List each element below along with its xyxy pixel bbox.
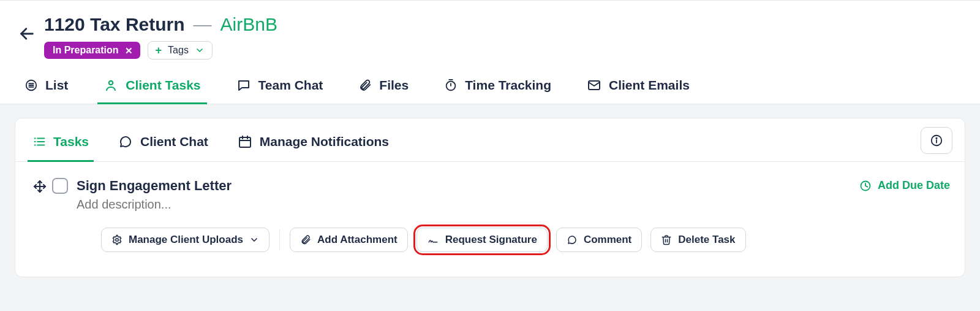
tab-client-tasks[interactable]: Client Tasks (101, 73, 203, 104)
tags-button-label: Tags (168, 45, 189, 56)
subtab-label: Tasks (53, 134, 89, 149)
task-checkbox[interactable] (52, 178, 68, 194)
add-due-date-label: Add Due Date (878, 179, 950, 192)
tab-time-tracking[interactable]: Time Tracking (442, 73, 554, 104)
arrow-left-icon (18, 25, 36, 42)
subtab-label: Client Chat (140, 134, 208, 149)
comment-icon (567, 234, 578, 245)
badge-row: In Preparation ✕ + Tags (44, 41, 277, 60)
manage-client-uploads-button[interactable]: Manage Client Uploads (101, 228, 270, 252)
chevron-down-icon (195, 45, 205, 55)
stopwatch-icon (444, 79, 458, 92)
calendar-icon (238, 134, 252, 149)
add-attachment-button[interactable]: Add Attachment (290, 228, 408, 252)
task-row: Sign Engagement Letter Add Due Date (15, 162, 965, 217)
primary-tabs: List Client Tasks Team Chat Files Time T… (0, 60, 980, 104)
task-main: Sign Engagement Letter (77, 178, 950, 212)
tab-team-chat[interactable]: Team Chat (234, 73, 326, 104)
separator (279, 229, 280, 250)
tab-label: Client Tasks (126, 78, 200, 93)
clock-icon (859, 180, 872, 192)
close-icon[interactable]: ✕ (125, 46, 133, 55)
chevron-down-icon (249, 235, 259, 245)
svg-point-5 (109, 81, 113, 85)
status-badge[interactable]: In Preparation ✕ (44, 42, 140, 59)
svg-point-22 (936, 138, 937, 139)
tab-label: Team Chat (258, 78, 323, 93)
button-label: Manage Client Uploads (129, 234, 243, 246)
page-header: 1120 Tax Return — AirBnB In Preparation … (0, 1, 980, 60)
button-label: Add Attachment (317, 234, 398, 246)
subtab-tasks[interactable]: Tasks (30, 131, 91, 161)
list-icon (24, 79, 38, 92)
list-check-icon (32, 135, 46, 148)
trash-icon (661, 234, 672, 245)
delete-task-button[interactable]: Delete Task (650, 228, 745, 252)
tab-label: List (45, 78, 68, 93)
info-icon (930, 134, 943, 147)
title-separator: — (194, 14, 212, 35)
plus-icon: + (156, 45, 162, 56)
svg-rect-16 (239, 137, 251, 147)
task-description-input[interactable] (77, 198, 601, 212)
move-icon (32, 179, 47, 194)
add-due-date-button[interactable]: Add Due Date (859, 179, 950, 192)
chat-icon (236, 78, 251, 93)
svg-point-26 (116, 239, 119, 242)
task-actions: Manage Client Uploads Add Attachment Req… (15, 217, 965, 267)
mail-icon (587, 78, 601, 93)
tab-list[interactable]: List (22, 73, 70, 104)
subtab-label: Manage Notifications (260, 134, 389, 149)
chat-bubble-icon (118, 134, 133, 149)
drag-handle[interactable] (30, 178, 50, 194)
tab-label: Files (379, 78, 409, 93)
button-label: Comment (584, 234, 631, 246)
button-label: Request Signature (445, 234, 537, 246)
info-button[interactable] (921, 127, 952, 154)
add-tags-button[interactable]: + Tags (148, 41, 213, 60)
client-name-link[interactable]: AirBnB (221, 14, 277, 35)
tab-label: Client Emails (609, 78, 690, 93)
subtab-client-chat[interactable]: Client Chat (116, 131, 211, 161)
paperclip-icon (358, 79, 372, 92)
tab-label: Time Tracking (465, 78, 551, 93)
comment-button[interactable]: Comment (556, 228, 642, 252)
status-badge-label: In Preparation (53, 45, 119, 56)
subtab-manage-notifications[interactable]: Manage Notifications (235, 131, 391, 161)
request-signature-button[interactable]: Request Signature (417, 228, 548, 252)
back-button[interactable] (13, 20, 40, 47)
sub-tabs: Tasks Client Chat Manage Notifications (15, 118, 965, 162)
button-label: Delete Task (678, 234, 735, 246)
tab-client-emails[interactable]: Client Emails (584, 73, 692, 104)
paperclip-icon (300, 234, 311, 245)
canvas-area: Tasks Client Chat Manage Notifications (0, 104, 980, 311)
gear-icon (111, 234, 123, 245)
title-block: 1120 Tax Return — AirBnB In Preparation … (44, 14, 277, 60)
page-title: 1120 Tax Return (44, 14, 185, 35)
tab-files[interactable]: Files (356, 73, 411, 104)
signature-icon (427, 234, 439, 245)
user-icon (104, 78, 118, 93)
tasks-card: Tasks Client Chat Manage Notifications (15, 118, 965, 277)
task-title[interactable]: Sign Engagement Letter (77, 178, 950, 194)
